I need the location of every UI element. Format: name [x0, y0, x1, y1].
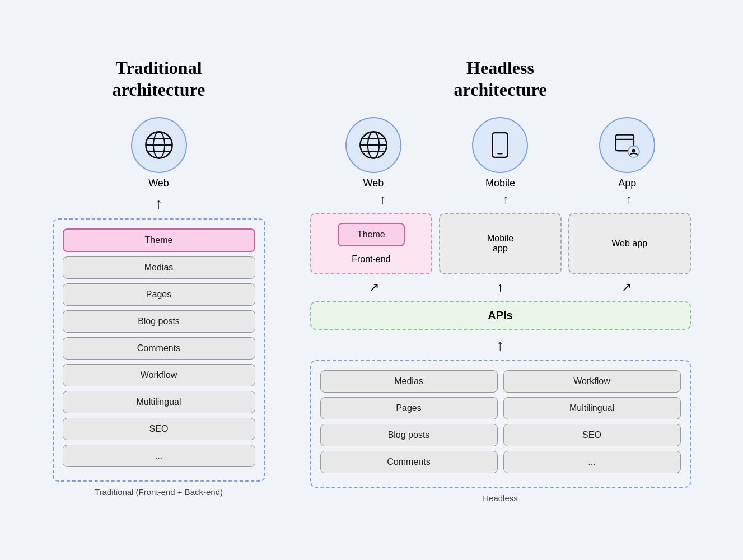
headless-etc-item: ... [503, 451, 681, 473]
svg-point-15 [632, 149, 636, 153]
frontend-label: Front-end [352, 254, 390, 264]
headless-mobile-label: Mobile [485, 178, 515, 189]
traditional-cms-box: Theme Medias Pages Blog posts Comments W… [53, 218, 265, 482]
traditional-cms-label: Traditional (Front-end + Back-end) [53, 487, 265, 497]
api-box: APIs [310, 301, 691, 330]
traditional-etc-item: ... [63, 445, 255, 467]
traditional-title: Traditional architecture [53, 57, 265, 100]
headless-frontend-row: Theme Front-end Mobileapp Web app [310, 213, 691, 274]
headless-cms-grid: Medias Pages Blog posts Comments Workflo… [320, 370, 681, 478]
traditional-arrow: ↑ [53, 195, 265, 213]
traditional-section: Traditional architecture Web ↑ Theme Med… [53, 57, 265, 497]
headless-mid-arrows: ↗ ↑ ↗ [310, 280, 691, 295]
headless-medias-item: Medias [320, 370, 498, 393]
traditional-web-label: Web [53, 178, 265, 189]
web-app-label: Web app [611, 239, 647, 249]
headless-top-arrows: ↑ ↑ ↑ [310, 192, 691, 207]
headless-icons-row: Web Mobile [310, 117, 691, 189]
headless-pages-item: Pages [320, 397, 498, 419]
web-app-box: Web app [568, 213, 691, 274]
traditional-seo-item: SEO [63, 418, 255, 440]
traditional-theme-item: Theme [63, 228, 255, 252]
traditional-comments-item: Comments [63, 337, 255, 360]
mobile-app-label: Mobileapp [487, 234, 513, 254]
headless-cms-right: Workflow Multilingual SEO ... [503, 370, 681, 478]
headless-app-label: App [618, 178, 636, 189]
headless-web-col: Web [323, 117, 424, 189]
headless-workflow-item: Workflow [503, 370, 681, 393]
frontend-box: Theme Front-end [310, 213, 433, 274]
api-label: APIs [488, 309, 512, 321]
headless-api-arrow: ↑ [310, 337, 691, 354]
headless-app-col: App [577, 117, 677, 189]
headless-web-icon [345, 117, 401, 173]
headless-seo-item: SEO [503, 424, 681, 446]
headless-blogposts-item: Blog posts [320, 424, 498, 446]
headless-title: Headless architecture [310, 57, 691, 100]
headless-mobile-icon [472, 117, 528, 173]
headless-multilingual-item: Multilingual [503, 397, 681, 419]
headless-mobile-col: Mobile [450, 117, 550, 189]
traditional-multilingual-item: Multilingual [63, 391, 255, 413]
traditional-workflow-item: Workflow [63, 364, 255, 386]
headless-cms-box: Medias Pages Blog posts Comments Workflo… [310, 360, 691, 488]
mobile-app-box: Mobileapp [439, 213, 562, 274]
traditional-pages-item: Pages [63, 283, 255, 306]
diagram-container: Traditional architecture Web ↑ Theme Med… [11, 57, 732, 503]
headless-app-icon [599, 117, 655, 173]
headless-comments-item: Comments [320, 451, 498, 473]
traditional-medias-item: Medias [63, 256, 255, 279]
headless-theme-item: Theme [338, 223, 405, 246]
headless-section: Headless architecture Web [310, 57, 691, 503]
traditional-web-icon [131, 117, 187, 173]
headless-cms-left: Medias Pages Blog posts Comments [320, 370, 498, 478]
traditional-blogposts-item: Blog posts [63, 310, 255, 333]
headless-web-label: Web [363, 178, 384, 189]
headless-cms-label: Headless [310, 493, 691, 503]
